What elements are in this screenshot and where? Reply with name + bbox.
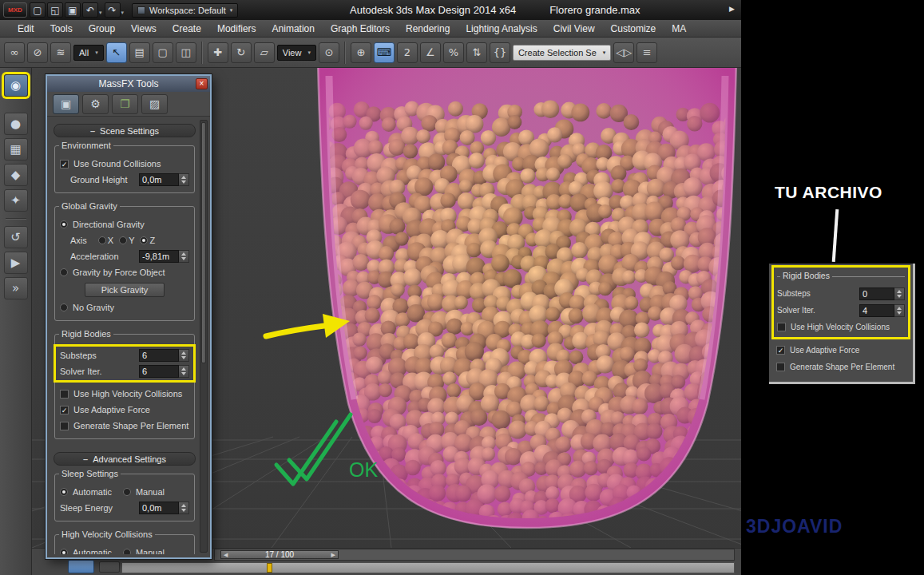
bind-to-space-warp-icon[interactable]: ≋ bbox=[50, 42, 71, 63]
menu-graph-editors[interactable]: Graph Editors bbox=[323, 20, 398, 38]
undo-icon[interactable]: ↶ bbox=[82, 2, 98, 18]
named-selection-dropdown[interactable]: Create Selection Se▾ bbox=[513, 45, 611, 61]
directional-gravity-radio[interactable] bbox=[60, 220, 68, 228]
previous-frame-button[interactable]: ◀ bbox=[224, 552, 228, 558]
unlink-selection-icon[interactable]: ⊘ bbox=[27, 42, 48, 63]
generate-shape-per-element-checkbox[interactable] bbox=[60, 422, 69, 430]
new-file-icon[interactable]: ▢ bbox=[30, 2, 46, 18]
select-by-name-icon[interactable]: ▤ bbox=[129, 42, 150, 63]
sleep-energy-spinner[interactable]: 0,0m bbox=[139, 502, 189, 514]
spinner-arrows-icon[interactable] bbox=[179, 173, 189, 186]
menu-create[interactable]: Create bbox=[165, 20, 209, 38]
use-adaptive-force-checkbox[interactable]: ✓ bbox=[60, 406, 69, 414]
menu-customize[interactable]: Customize bbox=[603, 20, 664, 38]
menu-animation[interactable]: Animation bbox=[264, 20, 323, 38]
select-and-manipulate-icon[interactable]: ⊕ bbox=[351, 42, 371, 63]
acceleration-value[interactable]: -9,81m bbox=[139, 250, 179, 263]
set-kinematic-rigid-body-icon[interactable]: ▦ bbox=[4, 138, 28, 161]
rollout-advanced-settings[interactable]: – Advanced Settings bbox=[54, 452, 196, 466]
solver-iterations-spinner[interactable]: 4 bbox=[859, 304, 905, 317]
hvc-automatic-radio[interactable] bbox=[60, 549, 68, 554]
reset-simulation-icon[interactable]: ↺ bbox=[4, 226, 28, 248]
selection-lock-toggle[interactable] bbox=[68, 560, 94, 573]
spinner-arrows-icon[interactable] bbox=[179, 365, 189, 378]
menu-views[interactable]: Views bbox=[123, 20, 165, 38]
spinner-snap-icon[interactable]: ⇅ bbox=[466, 42, 487, 63]
substeps-spinner[interactable]: 0 bbox=[859, 288, 905, 300]
scrollbar-thumb[interactable] bbox=[201, 122, 206, 363]
spinner-arrows-icon[interactable] bbox=[179, 502, 189, 514]
app-logo[interactable]: MXD bbox=[3, 2, 27, 18]
keyboard-override-icon[interactable]: ⌨ bbox=[374, 42, 395, 63]
align-icon[interactable]: ≡ bbox=[636, 42, 657, 63]
tab-display-options[interactable]: ▨ bbox=[141, 94, 168, 114]
spinner-arrows-icon[interactable] bbox=[179, 250, 189, 263]
sleep-energy-value[interactable]: 0,0m bbox=[139, 502, 179, 514]
use-ground-collisions-checkbox[interactable]: ✓ bbox=[60, 160, 69, 169]
select-and-move-icon[interactable]: ✚ bbox=[208, 42, 228, 63]
spinner-arrows-icon[interactable] bbox=[894, 288, 905, 300]
acceleration-spinner[interactable]: -9,81m bbox=[139, 250, 189, 263]
next-frame-button[interactable]: ▶ bbox=[331, 552, 335, 558]
menu-ma[interactable]: MA bbox=[664, 20, 694, 38]
spinner-arrows-icon[interactable] bbox=[894, 304, 905, 317]
dialog-scrollbar[interactable] bbox=[200, 120, 208, 553]
menu-lighting-analysis[interactable]: Lighting Analysis bbox=[458, 20, 545, 38]
solver-iterations-spinner[interactable]: 6 bbox=[139, 365, 189, 378]
tab-world-parameters[interactable]: ▣ bbox=[53, 94, 79, 114]
rectangular-selection-icon[interactable]: ▢ bbox=[153, 42, 173, 63]
selection-filter-dropdown[interactable]: All▾ bbox=[73, 45, 104, 61]
sleep-automatic-radio[interactable] bbox=[60, 488, 68, 496]
track-bar-key-marker[interactable] bbox=[267, 563, 272, 573]
select-and-link-icon[interactable]: ∞ bbox=[4, 42, 25, 63]
menu-group[interactable]: Group bbox=[81, 20, 123, 38]
time-slider-handle[interactable]: ◀ 17 / 100 ▶ bbox=[220, 550, 339, 559]
generate-shape-per-element-checkbox[interactable] bbox=[776, 363, 785, 371]
gravity-by-force-object-radio[interactable] bbox=[60, 268, 68, 276]
use-pivot-point-icon[interactable]: ⊙ bbox=[319, 42, 339, 63]
redo-icon[interactable]: ↷ bbox=[105, 2, 121, 18]
step-simulation-icon[interactable]: » bbox=[4, 277, 28, 299]
tab-simulation-tools[interactable]: ⚙ bbox=[82, 94, 109, 114]
pick-gravity-button[interactable]: Pick Gravity bbox=[85, 283, 165, 297]
menu-rendering[interactable]: Rendering bbox=[398, 20, 458, 38]
axis-y-radio[interactable] bbox=[119, 236, 127, 244]
tab-multi-object-editor[interactable]: ❐ bbox=[112, 94, 138, 114]
snap-toggle-icon[interactable]: 2 bbox=[397, 42, 418, 63]
close-icon[interactable]: × bbox=[196, 78, 208, 89]
percent-snap-icon[interactable]: % bbox=[443, 42, 464, 63]
keyboard-entry-icon[interactable] bbox=[99, 561, 120, 573]
workspace-dropdown[interactable]: Workspace: Default ▾ bbox=[132, 3, 238, 18]
rollout-scene-settings[interactable]: – Scene Settings bbox=[54, 124, 196, 137]
titlebar-overflow-icon[interactable]: ▶ bbox=[729, 5, 735, 13]
set-static-rigid-body-icon[interactable]: ◆ bbox=[4, 164, 28, 186]
mcloth-icon[interactable]: ✦ bbox=[4, 189, 28, 212]
use-high-velocity-collisions-checkbox[interactable] bbox=[777, 323, 786, 331]
reference-coordinate-dropdown[interactable]: View▾ bbox=[277, 45, 316, 61]
menu-modifiers[interactable]: Modifiers bbox=[209, 20, 264, 38]
named-selection-sets-icon[interactable]: {} bbox=[490, 42, 510, 63]
window-crossing-icon[interactable]: ◫ bbox=[176, 42, 196, 63]
ground-height-spinner[interactable]: 0,0m bbox=[139, 173, 189, 186]
open-file-icon[interactable]: ◱ bbox=[47, 2, 63, 18]
mirror-icon[interactable]: ◁▷ bbox=[613, 42, 634, 63]
solver-iterations-value[interactable]: 4 bbox=[859, 304, 894, 317]
angle-snap-icon[interactable]: ∠ bbox=[420, 42, 441, 63]
massfx-tools-icon[interactable]: ◉ bbox=[4, 74, 28, 97]
spinner-arrows-icon[interactable] bbox=[179, 349, 189, 362]
substeps-value[interactable]: 0 bbox=[859, 288, 894, 300]
sleep-manual-radio[interactable] bbox=[123, 488, 131, 496]
axis-x-radio[interactable] bbox=[98, 236, 106, 244]
menu-tools[interactable]: Tools bbox=[42, 20, 81, 38]
dialog-titlebar[interactable]: MassFX Tools × bbox=[47, 76, 210, 92]
substeps-value[interactable]: 6 bbox=[139, 349, 179, 362]
dropdown-caret-icon[interactable]: ▾ bbox=[121, 10, 125, 16]
start-simulation-icon[interactable]: ▶ bbox=[4, 252, 28, 274]
ground-height-value[interactable]: 0,0m bbox=[139, 173, 179, 186]
use-high-velocity-collisions-checkbox[interactable] bbox=[60, 390, 69, 399]
track-bar[interactable] bbox=[121, 562, 735, 573]
hvc-manual-radio[interactable] bbox=[123, 549, 131, 554]
use-adaptive-force-checkbox[interactable]: ✓ bbox=[776, 346, 785, 355]
set-dynamic-rigid-body-icon[interactable]: ● bbox=[4, 113, 28, 135]
solver-iterations-value[interactable]: 6 bbox=[139, 365, 179, 378]
